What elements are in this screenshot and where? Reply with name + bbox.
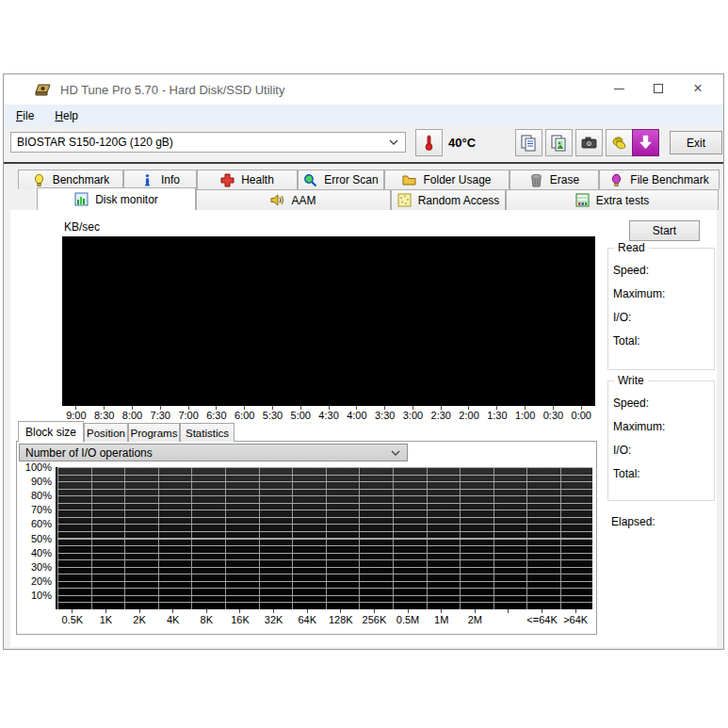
- exit-button[interactable]: Exit: [670, 131, 722, 154]
- copy-text-icon: [520, 134, 538, 152]
- copy-text-button[interactable]: [515, 129, 542, 156]
- block-tick: 16K: [223, 614, 257, 625]
- tab-file-benchmark[interactable]: File Benchmark: [599, 170, 720, 189]
- disk-monitor-page: KB/sec Start 9:00 8:30 8:00 7:30 7:00 6:…: [10, 210, 717, 647]
- percent-tick: 70%: [17, 503, 52, 517]
- tab-label: Disk monitor: [95, 193, 158, 206]
- percent-tick: 20%: [17, 574, 52, 589]
- camera-icon: [580, 134, 598, 152]
- tab-label: Benchmark: [53, 173, 110, 186]
- read-speed-label: Speed:: [613, 264, 714, 277]
- block-tick: 2M: [459, 614, 493, 625]
- tab-statistics[interactable]: Statistics: [180, 423, 235, 442]
- time-tick: 3:00: [399, 410, 428, 421]
- maximize-icon: [654, 84, 663, 93]
- tab-disk-monitor[interactable]: Disk monitor: [37, 187, 196, 210]
- thermometer-icon: [420, 134, 438, 152]
- time-tick: 5:00: [286, 410, 315, 421]
- screenshot-button[interactable]: [575, 129, 603, 156]
- tab-label: Folder Usage: [423, 173, 491, 186]
- percent-tick: 50%: [17, 532, 52, 546]
- percent-tick: 90%: [17, 475, 52, 489]
- maximize-button[interactable]: [639, 76, 678, 101]
- metric-select[interactable]: Number of I/O operations: [19, 444, 408, 461]
- close-button[interactable]: ×: [678, 76, 718, 101]
- tab-label: Health: [241, 173, 274, 186]
- block-tick: >64K: [558, 614, 592, 625]
- metric-select-value: Number of I/O operations: [20, 446, 391, 460]
- speed-history-chart: [62, 236, 595, 406]
- temperature-button[interactable]: [415, 129, 443, 156]
- tab-info[interactable]: Info: [123, 170, 197, 189]
- bottom-tab-strip: Block size Position Programs Statistics: [18, 423, 235, 442]
- time-tick: 8:30: [90, 410, 119, 421]
- percent-tick: 10%: [17, 589, 52, 603]
- device-select[interactable]: BIOSTAR S150-120G (120 gB): [10, 132, 406, 153]
- tab-row-spacer: [18, 189, 37, 210]
- block-tick: 0.5M: [391, 614, 425, 625]
- time-tick: 6:00: [231, 410, 259, 421]
- start-button[interactable]: Start: [629, 220, 700, 241]
- tab-label: Random Access: [418, 194, 500, 207]
- tab-strip: Benchmark Info Health: [4, 164, 723, 210]
- time-tick: 5:30: [259, 410, 287, 421]
- block-tick: 1K: [89, 614, 123, 625]
- time-tick: 7:30: [146, 410, 174, 421]
- save-button[interactable]: [606, 129, 633, 156]
- tab-programs[interactable]: Programs: [128, 423, 180, 442]
- block-axis-labels: 0.5K 1K 2K 4K 8K 16K 32K 64K 128K 256K 0…: [56, 614, 592, 625]
- tab-error-scan[interactable]: Error Scan: [298, 170, 384, 189]
- bulb-icon: [32, 173, 46, 187]
- time-tick: 1:00: [511, 410, 540, 421]
- time-tick: 3:30: [371, 410, 399, 421]
- minimize-icon: [614, 89, 624, 89]
- title-bar: HD Tune Pro 5.70 - Hard Disk/SSD Utility…: [4, 74, 723, 105]
- tab-folder-usage[interactable]: Folder Usage: [384, 170, 510, 189]
- percent-tick: 40%: [17, 546, 52, 560]
- tab-label: Extra tests: [596, 194, 650, 207]
- block-tick: 128K: [324, 614, 358, 625]
- read-panel-title: Read: [614, 241, 649, 254]
- time-tick: 0:00: [567, 410, 595, 421]
- percent-tick: 30%: [17, 560, 52, 574]
- tab-random-access[interactable]: Random Access: [391, 189, 506, 210]
- time-tick: 2:30: [427, 410, 455, 421]
- info-icon: [140, 173, 154, 187]
- elapsed-label: Elapsed:: [611, 515, 655, 528]
- tab-block-size[interactable]: Block size: [18, 421, 84, 442]
- percent-tick: 60%: [17, 517, 52, 531]
- block-tick: 64K: [290, 614, 324, 625]
- purple-bulb-icon: [609, 173, 623, 187]
- close-icon: ×: [693, 81, 702, 96]
- time-tick: 7:00: [174, 410, 202, 421]
- tab-label: Erase: [550, 173, 579, 186]
- folder-icon: [402, 173, 416, 187]
- hd-tune-logo-icon: [35, 83, 51, 97]
- tab-benchmark[interactable]: Benchmark: [18, 170, 123, 189]
- disk-chart-icon: [74, 192, 89, 206]
- tab-aam[interactable]: AAM: [196, 189, 391, 210]
- magnifier-icon: [303, 173, 317, 187]
- tab-label: File Benchmark: [630, 173, 708, 186]
- read-io-label: I/O:: [613, 311, 714, 324]
- time-tick: 8:00: [119, 410, 147, 421]
- time-tick: 4:00: [343, 410, 371, 421]
- health-cross-icon: [220, 173, 235, 187]
- menu-help[interactable]: Help: [46, 107, 87, 124]
- minimize-button[interactable]: [599, 76, 639, 101]
- download-button[interactable]: [632, 129, 659, 156]
- copy-image-icon: [550, 134, 568, 152]
- device-select-value: BIOSTAR S150-120G (120 gB): [11, 136, 389, 149]
- copy-image-button[interactable]: [545, 129, 573, 156]
- tab-extra-tests[interactable]: Extra tests: [506, 189, 719, 210]
- tab-erase[interactable]: Erase: [510, 170, 599, 189]
- toolbar: BIOSTAR S150-120G (120 gB) 40°C: [4, 126, 723, 162]
- chevron-down-icon: [391, 450, 400, 456]
- time-axis-labels: 9:00 8:30 8:00 7:30 7:00 6:30 6:00 5:30 …: [62, 410, 595, 421]
- tab-health[interactable]: Health: [197, 170, 298, 189]
- tab-position[interactable]: Position: [84, 423, 128, 442]
- block-tick: 256K: [358, 614, 392, 625]
- menu-file[interactable]: File: [8, 107, 42, 124]
- random-blocks-icon: [397, 193, 412, 207]
- block-size-panel: Number of I/O operations 100% 90% 80% 70…: [16, 441, 597, 635]
